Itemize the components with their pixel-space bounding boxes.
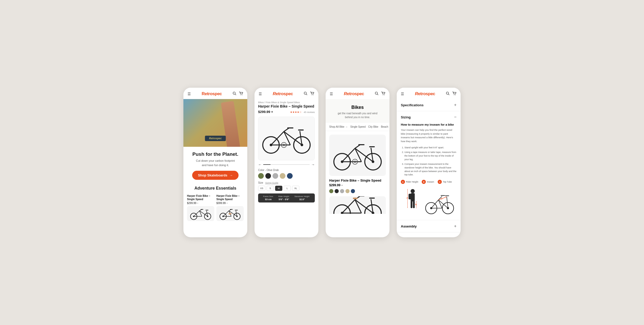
color-swatch-black[interactable] bbox=[265, 173, 271, 179]
product-image-large bbox=[258, 117, 315, 160]
specifications-section: Specifications + bbox=[397, 99, 461, 111]
bikes-hero-sub: get the road beneath you and windbehind … bbox=[329, 111, 386, 119]
size-section: Size Sizing Guide XS S M L XL bbox=[255, 181, 318, 193]
color-swatch-navy[interactable] bbox=[287, 173, 293, 179]
bike-list-item-2[interactable] bbox=[326, 193, 389, 214]
bikes-hero: Bikes get the road beneath you and windb… bbox=[326, 99, 389, 123]
price-row: $299.99 + ★★★★☆ 45 reviews bbox=[255, 109, 318, 117]
svg-line-79 bbox=[448, 94, 450, 95]
review-count: 45 reviews bbox=[304, 111, 315, 113]
hamburger-icon-4[interactable]: ☰ bbox=[401, 92, 404, 96]
bike-swatch-tan[interactable] bbox=[345, 189, 350, 193]
specifications-row[interactable]: Specifications + bbox=[397, 99, 461, 111]
size-xs[interactable]: XS bbox=[258, 186, 265, 191]
search-icon-1[interactable] bbox=[233, 92, 236, 96]
product-card-1[interactable]: Harper Fixie Bike –Single Speed $299.99 … bbox=[187, 194, 214, 221]
size-guide-link[interactable]: Sizing Guide bbox=[265, 182, 278, 184]
svg-line-69 bbox=[342, 200, 355, 213]
product-name-1: Harper Fixie Bike –Single Speed bbox=[187, 194, 214, 201]
search-icon-2[interactable] bbox=[304, 92, 308, 96]
cart-icon-3[interactable] bbox=[381, 92, 385, 96]
legend-label-a: Rider Height bbox=[406, 181, 418, 183]
svg-text:C: C bbox=[441, 198, 442, 200]
bike-list-item[interactable]: Harper Fixie Bike – Single Speed $299.99… bbox=[326, 131, 389, 193]
carousel-prev[interactable]: ← bbox=[258, 163, 262, 167]
size-label: Size bbox=[258, 181, 263, 184]
size-l[interactable]: L bbox=[284, 186, 291, 191]
svg-line-1 bbox=[235, 94, 236, 95]
legend-label-b: Inseam bbox=[427, 181, 434, 183]
hero-content: Push for the Planet. Cut down your carbo… bbox=[183, 147, 247, 186]
color-swatch-olive[interactable] bbox=[258, 173, 264, 179]
svg-rect-86 bbox=[411, 201, 412, 208]
filter-beach[interactable]: Beach bbox=[381, 125, 388, 128]
hamburger-icon-3[interactable]: ☰ bbox=[330, 92, 333, 96]
cart-icon-2[interactable] bbox=[310, 92, 314, 96]
filter-single-speed[interactable]: Single Speed bbox=[350, 125, 366, 128]
svg-line-56 bbox=[355, 148, 373, 162]
size-s[interactable]: S bbox=[267, 186, 274, 191]
product-image-2 bbox=[216, 206, 244, 221]
nav-bar-2: ☰ Retrospec bbox=[255, 88, 318, 99]
stars: ★★★★☆ bbox=[290, 111, 302, 113]
svg-line-61 bbox=[371, 148, 373, 162]
svg-line-43 bbox=[300, 131, 302, 145]
sizing-row[interactable]: Sizing − bbox=[397, 111, 461, 123]
assembly-row[interactable]: Assembly + bbox=[397, 220, 461, 232]
cart-icon-1[interactable] bbox=[239, 92, 243, 96]
svg-line-30 bbox=[306, 94, 307, 95]
svg-line-59 bbox=[355, 145, 360, 148]
screens-container: ☰ Retrospec bbox=[173, 72, 471, 253]
color-swatch-gray[interactable] bbox=[273, 173, 278, 179]
assembly-toggle[interactable]: + bbox=[454, 224, 456, 229]
specifications-toggle[interactable]: + bbox=[454, 103, 456, 107]
filter-city[interactable]: City Bike bbox=[368, 125, 378, 128]
nav-right-1 bbox=[233, 92, 243, 96]
hero-image: Retrospec bbox=[183, 99, 247, 147]
hero-title: Push for the Planet. bbox=[188, 151, 243, 157]
bike-swatch-navy[interactable] bbox=[351, 189, 355, 193]
size-xl[interactable]: XL bbox=[292, 186, 299, 191]
svg-point-50 bbox=[384, 95, 385, 95]
size-m[interactable]: M bbox=[275, 186, 282, 191]
search-icon-4[interactable] bbox=[446, 92, 450, 96]
svg-line-96 bbox=[431, 200, 438, 208]
bike-swatch-gray[interactable] bbox=[340, 189, 344, 193]
logo-1: Retrospec bbox=[202, 91, 222, 96]
svg-point-49 bbox=[383, 95, 383, 95]
hero-sub: Cut down your carbon footprintand have f… bbox=[188, 159, 243, 167]
sizing-content: How to measure my inseam for a bike Your… bbox=[397, 123, 461, 220]
screen-product: ☰ Retrospec bbox=[255, 88, 318, 237]
svg-point-82 bbox=[411, 189, 415, 193]
cart-icon-4[interactable] bbox=[452, 92, 456, 96]
hamburger-icon-2[interactable]: ☰ bbox=[259, 92, 262, 96]
logo-3: Retrospec bbox=[344, 91, 364, 96]
color-label: Color - Olive Drab bbox=[258, 169, 315, 172]
nav-left-1: ☰ bbox=[188, 92, 191, 96]
nav-right-3 bbox=[375, 92, 385, 96]
bike-swatch-olive[interactable] bbox=[329, 189, 333, 193]
search-icon-3[interactable] bbox=[375, 92, 379, 96]
hamburger-icon[interactable]: ☰ bbox=[188, 92, 191, 96]
breadcrumb: Bikes / Fixie Bikes & Single Speed Bikes bbox=[255, 99, 318, 104]
legend-row: A Rider Height B Inseam C Top Tube bbox=[401, 180, 456, 184]
nav-right-2 bbox=[304, 92, 314, 96]
bike-list-price: $299.99 + bbox=[329, 183, 386, 187]
svg-line-38 bbox=[284, 132, 302, 145]
sizing-toggle[interactable]: − bbox=[454, 115, 456, 119]
svg-line-41 bbox=[284, 128, 289, 132]
filter-all[interactable]: Shop All Bike → bbox=[329, 125, 348, 128]
screen-category: ☰ Retrospec bbox=[326, 88, 389, 237]
svg-point-46 bbox=[283, 144, 285, 146]
carousel-next[interactable]: → bbox=[311, 163, 315, 167]
shop-skateboards-button[interactable]: Shop Skateboards → bbox=[192, 171, 238, 180]
legend-label-c: Top Tube bbox=[443, 181, 452, 183]
svg-point-32 bbox=[313, 95, 313, 95]
color-swatch-tan[interactable] bbox=[280, 173, 285, 179]
bike-list-name: Harper Fixie Bike – Single Speed bbox=[329, 178, 386, 182]
svg-point-3 bbox=[242, 95, 242, 95]
sizing-step-2: Using a tape measure or tailor tape, mea… bbox=[404, 151, 456, 161]
product-title-2: Harper Fixie Bike – Single Speed bbox=[255, 104, 318, 108]
bike-swatch-black[interactable] bbox=[335, 189, 339, 193]
product-card-2[interactable]: Harper Fixie Bike –Single Speed $399.99 … bbox=[216, 194, 244, 221]
